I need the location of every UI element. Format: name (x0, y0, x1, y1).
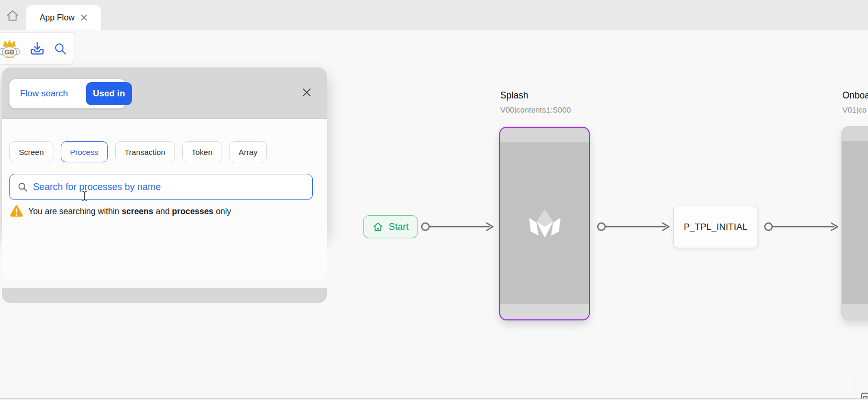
tab-used-in[interactable]: Used in (86, 82, 132, 105)
top-bar: App Flow (0, 0, 868, 30)
search-input[interactable] (33, 182, 305, 193)
close-icon (302, 88, 311, 97)
phone-statusbar (500, 128, 589, 142)
chip-array[interactable]: Array (229, 141, 267, 162)
home-icon (372, 221, 383, 232)
warning-text-bold: processes (172, 207, 213, 216)
gb-logo-text: GB (4, 48, 14, 56)
search-icon[interactable] (53, 42, 68, 56)
tab-close-icon[interactable] (81, 14, 87, 21)
panel-footer (2, 288, 327, 303)
splash-app-logo (529, 209, 561, 239)
flow-node-process[interactable]: P_TPL_INITIAL (673, 206, 758, 248)
home-icon (6, 9, 19, 23)
edge-handle[interactable] (422, 223, 429, 230)
tab-app-flow[interactable]: App Flow (26, 5, 101, 30)
tab-flow-search[interactable]: Flow search (9, 88, 79, 99)
edge-handle[interactable] (765, 223, 772, 230)
search-panel: Flow search Used in Screen Process Trans… (2, 68, 327, 236)
warning-text-part: only (213, 207, 231, 216)
warning-text-part: You are searching within (28, 207, 122, 216)
text-cursor-icon (82, 191, 87, 201)
chip-process[interactable]: Process (61, 141, 108, 162)
download-icon[interactable] (29, 41, 45, 57)
warning-text-bold: screens (122, 207, 153, 216)
flow-node-splash[interactable] (499, 127, 590, 320)
phone-statusbar (842, 127, 868, 141)
tab-title: App Flow (40, 13, 75, 23)
search-scope-warning: You are searching within screens and pro… (9, 205, 231, 218)
home-button[interactable] (4, 8, 21, 24)
flow-node-onboarding[interactable] (841, 126, 868, 320)
phone-navbar (500, 304, 589, 319)
chip-screen[interactable]: Screen (9, 141, 53, 162)
warning-icon (9, 205, 24, 218)
search-icon (17, 182, 28, 193)
chip-token[interactable]: Token (182, 141, 222, 162)
flow-node-start[interactable]: Start (363, 215, 418, 238)
entity-filter-chips: Screen Process Transaction Token Array (9, 141, 267, 162)
panel-tab-switcher: Flow search Used in (9, 79, 126, 108)
process-node-label: P_TPL_INITIAL (684, 222, 748, 232)
process-search-field[interactable] (9, 174, 313, 200)
gb-mascot-icon[interactable]: GB (0, 38, 21, 60)
panel-close-button[interactable] (300, 85, 313, 99)
warning-text-part: and (153, 207, 172, 216)
phone-navbar (842, 304, 868, 320)
edge-handle[interactable] (598, 223, 605, 230)
toolbar: GB (0, 32, 74, 65)
warning-text: You are searching within screens and pro… (28, 207, 231, 216)
start-node-label: Start (389, 221, 409, 232)
chip-transaction[interactable]: Transaction (115, 141, 175, 162)
